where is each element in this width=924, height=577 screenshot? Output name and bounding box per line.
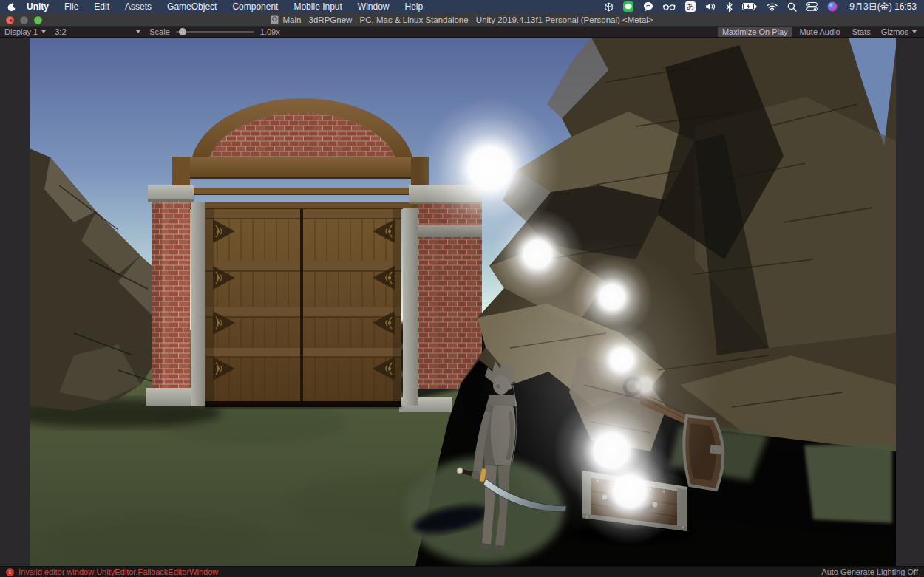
scale-label: Scale [149, 27, 170, 36]
chevron-down-icon [912, 30, 917, 33]
battery-icon[interactable] [742, 1, 757, 13]
menu-help[interactable]: Help [405, 0, 424, 13]
menu-items: Unity File Edit Assets GameObject Compon… [27, 0, 423, 13]
stats-button[interactable]: Stats [848, 27, 875, 37]
volume-icon[interactable] [705, 1, 716, 13]
spotlight-icon[interactable] [787, 1, 797, 13]
display-label: Display 1 [4, 27, 38, 36]
door-center-gap [300, 209, 303, 406]
menu-assets[interactable]: Assets [125, 0, 152, 13]
glasses-icon[interactable] [663, 1, 676, 13]
control-center-icon[interactable] [806, 1, 818, 13]
minimize-button[interactable] [20, 16, 28, 24]
window-title: Main - 3dRPGnew - PC, Mac & Linux Standa… [282, 16, 653, 24]
chevron-down-icon [136, 30, 140, 33]
menu-window[interactable]: Window [358, 0, 390, 13]
window-title-group: Main - 3dRPGnew - PC, Mac & Linux Standa… [271, 15, 653, 24]
menu-unity[interactable]: Unity [27, 0, 49, 13]
character-hand [472, 471, 480, 479]
scale-slider-knob[interactable] [179, 28, 186, 35]
chevron-down-icon [41, 30, 46, 33]
macos-menubar: Unity File Edit Assets GameObject Compon… [0, 0, 924, 13]
menu-edit[interactable]: Edit [94, 0, 109, 13]
aspect-ratio-dropdown[interactable]: 3:2 [55, 27, 140, 36]
menu-component[interactable]: Component [232, 0, 278, 13]
menu-mobile-input[interactable]: Mobile Input [293, 0, 342, 13]
window-titlebar: Main - 3dRPGnew - PC, Mac & Linux Standa… [0, 13, 924, 27]
traffic-lights [6, 13, 42, 27]
wooden-double-doors [205, 209, 401, 407]
unity-icon[interactable] [604, 1, 614, 13]
left-concrete-post [191, 202, 205, 406]
unity-document-icon [271, 15, 279, 24]
menubar-status-area: あ 9月3日(金) 16:53 [604, 0, 917, 13]
siri-icon[interactable] [827, 1, 838, 13]
sword-pommel [457, 468, 463, 474]
apple-menu[interactable] [7, 1, 16, 12]
game-viewport-frame [0, 38, 924, 566]
close-button[interactable] [6, 16, 14, 24]
display-dropdown[interactable]: Display 1 [4, 27, 46, 36]
maximize-on-play-button[interactable]: Maximize On Play [718, 27, 792, 37]
line-icon[interactable] [623, 1, 633, 13]
apple-icon [7, 1, 16, 12]
zoom-button[interactable] [34, 16, 42, 24]
wifi-icon[interactable] [767, 1, 778, 13]
aspect-label: 3:2 [55, 27, 66, 36]
chest-latch [710, 445, 723, 454]
chat-icon[interactable] [643, 1, 653, 13]
gizmos-dropdown[interactable]: Gizmos [878, 27, 920, 37]
game-view-toolbar: Display 1 3:2 Scale 1.09x Maximize On Pl… [0, 27, 924, 38]
game-render-surface[interactable] [30, 38, 896, 566]
right-concrete-post [403, 208, 418, 406]
game-toolbar-left: Display 1 3:2 Scale 1.09x [4, 27, 280, 36]
menu-gameobject[interactable]: GameObject [167, 0, 217, 13]
error-icon: ! [6, 568, 14, 576]
editor-statusbar: ! Invalid editor window UnityEditor.Fall… [0, 566, 924, 577]
menubar-clock[interactable]: 9月3日(金) 16:53 [849, 0, 917, 13]
console-error-message[interactable]: Invalid editor window UnityEditor.Fallba… [18, 567, 218, 576]
bluetooth-icon[interactable] [726, 1, 733, 13]
auto-generate-lighting-status[interactable]: Auto Generate Lighting Off [821, 567, 918, 576]
mute-audio-button[interactable]: Mute Audio [795, 27, 845, 37]
scale-slider[interactable] [176, 31, 254, 33]
scale-value: 1.09x [260, 27, 280, 36]
scale-control: Scale 1.09x [149, 27, 279, 36]
gizmos-label: Gizmos [881, 27, 908, 36]
menu-file[interactable]: File [64, 0, 78, 13]
input-source-icon[interactable]: あ [685, 1, 696, 12]
game-toolbar-right: Maximize On Play Mute Audio Stats Gizmos [718, 27, 920, 37]
